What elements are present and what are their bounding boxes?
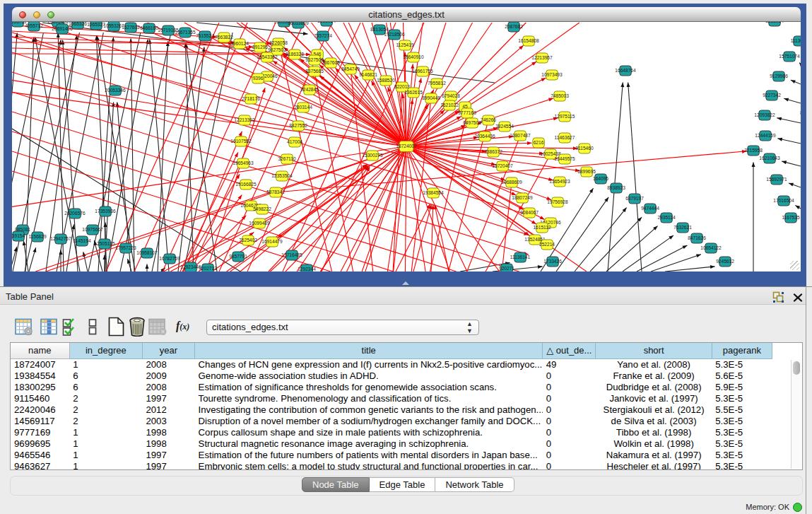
svg-text:5498222: 5498222 (253, 206, 271, 211)
svg-text:39154: 39154 (12, 233, 25, 238)
svg-text:3215958: 3215958 (744, 148, 763, 153)
svg-text:16671355: 16671355 (175, 30, 196, 35)
svg-text:3267110: 3267110 (278, 156, 296, 161)
svg-text:19384554: 19384554 (423, 190, 444, 195)
svg-text:9202713: 9202713 (199, 266, 217, 271)
svg-text:7625402: 7625402 (239, 238, 257, 243)
svg-text:12942757: 12942757 (50, 236, 71, 241)
svg-text:1156829: 1156829 (28, 234, 47, 239)
svg-text:1588520: 1588520 (377, 78, 395, 83)
svg-text:16033809: 16033809 (288, 22, 309, 25)
svg-text:891295: 891295 (252, 45, 268, 49)
svg-text:13716485: 13716485 (281, 252, 302, 257)
svg-text:16961755: 16961755 (412, 69, 433, 74)
svg-text:9827502: 9827502 (268, 47, 286, 52)
svg-text:8226058: 8226058 (269, 40, 288, 45)
svg-text:8990448: 8990448 (422, 95, 440, 100)
svg-text:17957223: 17957223 (115, 245, 136, 250)
svg-text:8813054: 8813054 (765, 22, 784, 23)
svg-text:18640910: 18640910 (403, 54, 424, 59)
svg-text:1113054: 1113054 (791, 38, 801, 43)
svg-text:9115460: 9115460 (575, 146, 594, 151)
svg-text:9396: 9396 (253, 76, 264, 81)
svg-text:1733426: 1733426 (543, 259, 562, 264)
svg-text:1332541: 1332541 (800, 61, 801, 66)
svg-text:9242845: 9242845 (300, 87, 319, 92)
svg-text:15692971: 15692971 (766, 177, 787, 182)
svg-text:1125419: 1125419 (396, 42, 414, 47)
svg-text:164095: 164095 (593, 176, 608, 181)
svg-text:12505135: 12505135 (94, 241, 115, 246)
svg-text:18724007: 18724007 (396, 144, 417, 148)
svg-text:20206576: 20206576 (64, 211, 86, 216)
svg-text:9146821: 9146821 (359, 72, 377, 77)
svg-text:10025438: 10025438 (540, 151, 561, 156)
svg-text:8471626: 8471626 (688, 235, 706, 240)
svg-text:9245612: 9245612 (716, 259, 734, 264)
svg-text:9129966: 9129966 (770, 74, 788, 78)
svg-text:11136141: 11136141 (510, 255, 531, 259)
svg-text:19756928: 19756928 (547, 199, 568, 204)
svg-text:16154808: 16154808 (518, 38, 539, 43)
svg-text:15751074: 15751074 (779, 54, 800, 59)
svg-text:12975115: 12975115 (555, 114, 575, 119)
svg-text:8960124: 8960124 (230, 41, 249, 46)
svg-text:10807487: 10807487 (510, 133, 531, 138)
svg-text:8375685: 8375685 (305, 69, 324, 74)
svg-text:1145194: 1145194 (73, 238, 91, 243)
svg-text:8427552: 8427552 (289, 123, 307, 128)
svg-text:8813054: 8813054 (370, 27, 389, 32)
svg-text:16099489: 16099489 (249, 221, 270, 226)
svg-text:9474444: 9474444 (641, 206, 659, 211)
svg-text:12213302: 12213302 (234, 117, 255, 122)
svg-text:417004: 417004 (287, 139, 302, 144)
svg-text:7515524: 7515524 (196, 33, 214, 38)
svg-text:17016504: 17016504 (773, 198, 794, 203)
svg-text:2718176: 2718176 (242, 96, 260, 101)
svg-text:9084067: 9084067 (520, 210, 539, 215)
svg-text:10654122: 10654122 (700, 245, 722, 250)
svg-text:4055712: 4055712 (25, 23, 43, 28)
svg-text:16543362: 16543362 (257, 54, 278, 59)
svg-text:12213957: 12213957 (531, 55, 553, 60)
svg-text:1292344: 1292344 (298, 267, 316, 271)
svg-text:16107552: 16107552 (230, 139, 252, 144)
svg-text:7386372: 7386372 (484, 149, 502, 154)
svg-text:8186328: 8186328 (286, 52, 304, 57)
svg-text:746266: 746266 (481, 117, 496, 122)
svg-text:252214: 252214 (539, 242, 555, 247)
svg-text:7485003: 7485003 (551, 93, 569, 98)
svg-text:9777169: 9777169 (458, 110, 476, 115)
svg-text:19654963: 19654963 (233, 160, 254, 165)
svg-text:6794028: 6794028 (442, 93, 460, 98)
svg-text:20053346: 20053346 (105, 88, 126, 93)
svg-text:2803144: 2803144 (294, 105, 312, 110)
svg-text:16782759: 16782759 (159, 256, 180, 261)
svg-text:5878342: 5878342 (266, 189, 285, 194)
svg-text:8938923: 8938923 (607, 185, 625, 190)
svg-text:7955812: 7955812 (428, 81, 446, 86)
svg-text:16210643: 16210643 (759, 156, 780, 160)
svg-text:19166825: 19166825 (235, 182, 257, 187)
svg-text:12353504: 12353504 (271, 173, 293, 178)
svg-text:10975667: 10975667 (82, 227, 103, 232)
svg-text:8813054: 8813054 (317, 22, 336, 23)
svg-text:1362615: 1362615 (404, 90, 423, 95)
svg-text:9227342: 9227342 (763, 93, 781, 98)
svg-text:1065327: 1065327 (87, 22, 105, 27)
svg-text:2935114: 2935114 (657, 215, 676, 220)
svg-text:8454749: 8454749 (341, 66, 360, 71)
svg-text:10688609: 10688609 (501, 180, 522, 185)
svg-text:20691406: 20691406 (52, 26, 73, 31)
svg-text:20364436: 20364436 (474, 134, 495, 139)
svg-text:16648764: 16648764 (615, 68, 636, 73)
svg-text:1621022: 1621022 (440, 103, 459, 107)
svg-text:13449575: 13449575 (554, 156, 575, 161)
svg-text:920271: 920271 (499, 266, 514, 271)
svg-text:1527602: 1527602 (122, 25, 140, 30)
svg-text:7632621: 7632621 (673, 225, 692, 230)
svg-text:16914479: 16914479 (261, 239, 283, 244)
svg-text:2367608: 2367608 (322, 60, 340, 65)
svg-text:10973493: 10973493 (541, 72, 563, 77)
svg-text:1065326: 1065326 (69, 22, 87, 26)
